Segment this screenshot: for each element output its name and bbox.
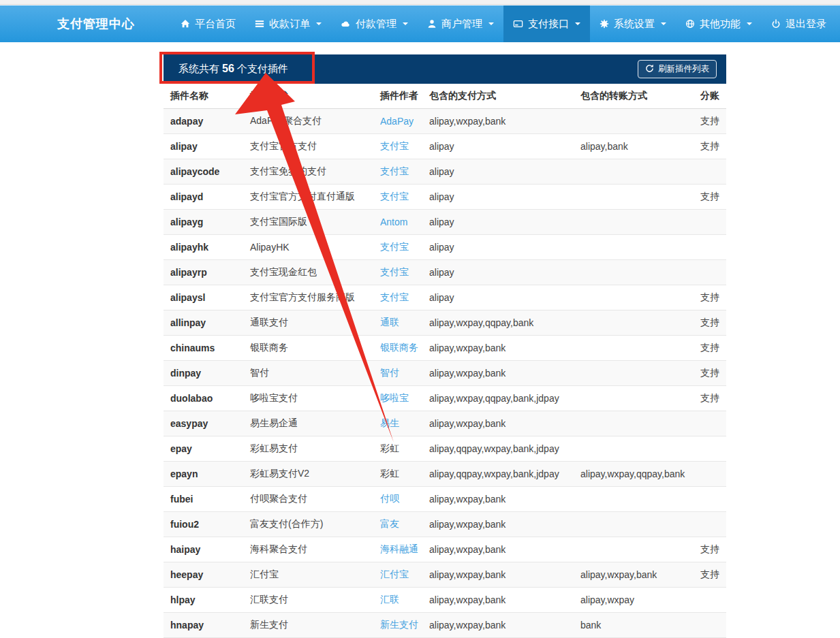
plugin-name: fuiou2	[164, 511, 243, 537]
table-row: hlpay 汇联支付 汇联 alipay,wxpay,bank alipay,w…	[164, 587, 726, 612]
plugin-author-link[interactable]: 汇付宝	[380, 569, 409, 579]
table-row: chinaums 银联商务 银联商务 alipay,wxpay,bank 支持	[164, 335, 726, 360]
col-header-pay-methods: 包含的支付方式	[422, 84, 574, 108]
plugin-description: 支付宝官方支付	[243, 133, 373, 159]
plugin-name: alipaycode	[164, 159, 243, 184]
plugin-author-link[interactable]: 支付宝	[380, 241, 409, 252]
nav-item-orders[interactable]: 收款订单	[245, 5, 331, 42]
plugin-split-support	[689, 234, 726, 259]
col-header-split: 分账	[689, 84, 726, 108]
plugin-pay-methods: alipay,wxpay,bank	[422, 511, 574, 537]
table-row: heepay 汇付宝 汇付宝 alipay,wxpay,bank alipay,…	[164, 562, 726, 587]
table-row: haipay 海科聚合支付 海科融通 alipay,wxpay,bank 支持	[164, 537, 726, 562]
plugin-pay-methods: alipay,wxpay,bank	[422, 562, 574, 587]
plugin-author-link[interactable]: 支付宝	[380, 140, 409, 151]
plugin-description: 支付宝现金红包	[243, 259, 373, 285]
globe-icon	[685, 19, 695, 29]
plugin-author-link: 彩虹	[380, 443, 399, 453]
plugin-description: 哆啦宝支付	[243, 385, 373, 411]
panel-title-prefix: 系统共有	[178, 63, 219, 74]
plugin-author-link[interactable]: Antom	[380, 217, 407, 227]
plugin-transfer-methods	[574, 360, 689, 385]
payment-admin-page: 支付管理中心 平台首页 收款订单 付款管理	[0, 0, 840, 638]
plugin-author-link[interactable]: 支付宝	[380, 291, 409, 302]
plugin-pay-methods: alipay	[422, 259, 574, 285]
chevron-down-icon	[747, 22, 752, 25]
plugin-description: AlipayHK	[243, 234, 373, 259]
plugin-pay-methods: alipay,qqpay,wxpay,bank,jdpay	[422, 461, 574, 486]
plugin-author-link[interactable]: 付呗	[380, 493, 399, 504]
plugin-description: 汇联支付	[243, 587, 373, 612]
plugin-split-support: 支持	[689, 385, 726, 411]
refresh-plugin-list-button[interactable]: 刷新插件列表	[638, 60, 717, 78]
plugin-transfer-methods: alipay,bank	[574, 133, 689, 159]
panel-title-suffix: 个支付插件	[237, 63, 288, 74]
nav-item-system-settings[interactable]: 系统设置	[590, 5, 676, 42]
plugin-split-support	[689, 612, 726, 637]
nav-item-merchants[interactable]: 商户管理	[418, 5, 503, 42]
col-header-plugin-desc: 插件描述	[243, 84, 373, 108]
credit-card-icon	[513, 19, 523, 29]
plugin-author-link[interactable]: 支付宝	[380, 165, 409, 176]
plugin-transfer-methods	[574, 335, 689, 360]
col-header-transfer-methods: 包含的转账方式	[574, 84, 689, 108]
plugin-transfer-methods	[574, 209, 689, 234]
nav-item-payment-interfaces[interactable]: 支付接口	[503, 5, 590, 42]
plugin-count: 56	[219, 63, 237, 74]
plugin-author-link[interactable]: 通联	[380, 317, 399, 328]
table-row: alipay 支付宝官方支付 支付宝 alipay alipay,bank 支持	[164, 133, 726, 159]
plugin-pay-methods: alipay	[422, 133, 574, 159]
col-header-plugin-author: 插件作者	[373, 84, 422, 108]
table-header-row: 插件名称 插件描述 插件作者 包含的支付方式 包含的转账方式 分账	[164, 84, 726, 108]
plugin-transfer-methods: bank	[574, 612, 689, 637]
plugin-author-link[interactable]: 支付宝	[380, 191, 409, 202]
plugin-author-link[interactable]: 支付宝	[380, 266, 409, 277]
plugin-name: haipay	[164, 537, 243, 562]
nav-item-payouts[interactable]: 付款管理	[331, 5, 418, 42]
plugin-split-support	[689, 209, 726, 234]
plugin-author-link[interactable]: 智付	[380, 367, 399, 378]
plugin-description: 海科聚合支付	[243, 537, 373, 562]
nav-label: 其他功能	[700, 18, 741, 31]
plugin-transfer-methods	[574, 108, 689, 133]
nav-label: 付款管理	[356, 18, 396, 31]
nav-item-logout[interactable]: 退出登录	[762, 5, 836, 42]
panel-header: 系统共有56个支付插件 刷新插件列表	[164, 54, 726, 84]
plugin-pay-methods: alipay,qqpay,wxpay,bank,jdpay	[422, 436, 574, 461]
table-row: epay 彩虹易支付 彩虹 alipay,qqpay,wxpay,bank,jd…	[164, 436, 726, 461]
plugin-split-support	[689, 159, 726, 184]
plugin-transfer-methods: alipay,wxpay,qqpay,bank	[574, 461, 689, 486]
plugin-author-link[interactable]: AdaPay	[380, 116, 414, 127]
power-icon	[771, 19, 781, 29]
plugin-description: 新生支付	[243, 612, 373, 637]
plugin-author-link[interactable]: 汇联	[380, 594, 399, 605]
home-icon	[181, 19, 190, 29]
panel-title: 系统共有56个支付插件	[178, 63, 288, 76]
chevron-down-icon	[316, 22, 322, 25]
nav-label: 收款订单	[269, 18, 310, 31]
plugin-author-link[interactable]: 海科融通	[380, 543, 418, 554]
plugin-table-body: adapay AdaPay聚合支付 AdaPay alipay,wxpay,ba…	[164, 108, 726, 637]
plugin-pay-methods: alipay,wxpay,qqpay,bank,jdpay	[422, 385, 574, 411]
plugin-name: easypay	[164, 411, 243, 436]
nav-item-home[interactable]: 平台首页	[171, 5, 245, 42]
plugin-name: alipay	[164, 133, 243, 159]
plugin-transfer-methods	[574, 259, 689, 285]
plugin-pay-methods: alipay	[422, 285, 574, 310]
plugin-author-link[interactable]: 易生	[380, 417, 399, 428]
plugin-transfer-methods: alipay,wxpay,bank	[574, 562, 689, 587]
plugin-description: 支付宝免签约支付	[243, 159, 373, 184]
plugin-author-link[interactable]: 富友	[380, 518, 399, 529]
plugin-author-link[interactable]: 新生支付	[380, 619, 418, 630]
plugin-author-link[interactable]: 银联商务	[380, 342, 418, 353]
table-row: alipaysl 支付宝官方支付服务商版 支付宝 alipay 支持	[164, 285, 726, 310]
plugin-pay-methods: alipay,wxpay,bank	[422, 335, 574, 360]
plugin-split-support	[689, 486, 726, 511]
plugin-author-link[interactable]: 哆啦宝	[380, 392, 409, 403]
nav-item-other-functions[interactable]: 其他功能	[676, 5, 762, 42]
table-row: duolabao 哆啦宝支付 哆啦宝 alipay,wxpay,qqpay,ba…	[164, 385, 726, 411]
plugin-name: epay	[164, 436, 243, 461]
plugin-name: alipayd	[164, 184, 243, 209]
plugin-name: alipaysl	[164, 285, 243, 310]
plugin-description: 银联商务	[243, 335, 373, 360]
